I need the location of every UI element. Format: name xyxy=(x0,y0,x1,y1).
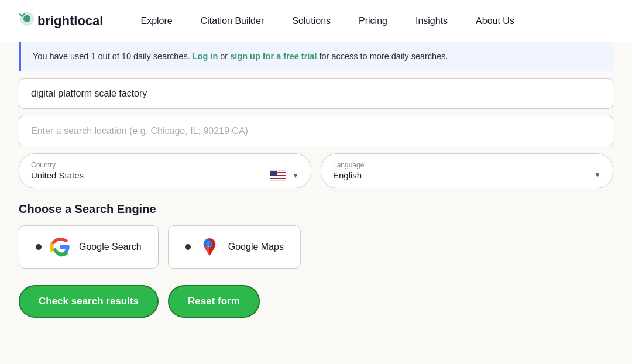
nav-citation-builder[interactable]: Citation Builder xyxy=(187,0,279,42)
google-search-radio xyxy=(36,244,42,250)
search-term-input[interactable] xyxy=(19,78,613,109)
banner-login-link[interactable]: Log in xyxy=(193,51,218,61)
google-maps-icon xyxy=(199,236,220,257)
main-content: You have used 1 out of 10 daily searches… xyxy=(0,42,632,318)
banner-text-before: You have used 1 out of 10 daily searches… xyxy=(33,51,190,61)
google-search-label: Google Search xyxy=(79,242,142,252)
reset-form-button[interactable]: Reset form xyxy=(168,285,260,318)
banner-signup-link[interactable]: sign up for a free trial xyxy=(230,51,317,61)
google-maps-card[interactable]: Google Maps xyxy=(168,225,301,269)
language-selector[interactable]: Language English ▼ xyxy=(321,153,613,188)
country-chevron-icon: ▼ xyxy=(292,171,299,180)
selectors-row: Country United States ▼ Language English… xyxy=(19,153,613,188)
country-value: United States xyxy=(31,170,264,180)
logo-icon xyxy=(19,11,35,31)
navbar: brightlocal Explore Citation Builder Sol… xyxy=(0,0,632,42)
banner-or: or xyxy=(220,51,230,61)
buttons-row: Check search results Reset form xyxy=(19,285,613,318)
nav-about-us[interactable]: About Us xyxy=(462,0,528,42)
language-label: Language xyxy=(333,161,601,169)
info-banner: You have used 1 out of 10 daily searches… xyxy=(19,42,613,71)
country-value-row: United States ▼ xyxy=(31,170,299,181)
google-maps-radio xyxy=(185,244,191,250)
nav-insights[interactable]: Insights xyxy=(401,0,462,42)
country-selector[interactable]: Country United States ▼ xyxy=(19,153,311,188)
engine-options: Google Search Google Maps xyxy=(19,225,613,269)
banner-text-after: for access to more daily searches. xyxy=(319,51,448,61)
search-location-input[interactable] xyxy=(19,116,613,146)
nav-pricing[interactable]: Pricing xyxy=(345,0,401,42)
language-value-row: English ▼ xyxy=(333,170,601,180)
us-flag-icon xyxy=(270,170,286,181)
language-chevron-icon: ▼ xyxy=(594,171,601,179)
nav-solutions[interactable]: Solutions xyxy=(278,0,345,42)
logo[interactable]: brightlocal xyxy=(19,11,103,31)
google-search-icon xyxy=(50,236,71,257)
google-maps-label: Google Maps xyxy=(228,242,284,252)
google-search-card[interactable]: Google Search xyxy=(19,225,159,269)
nav-links: Explore Citation Builder Solutions Prici… xyxy=(126,0,528,42)
country-label: Country xyxy=(31,161,299,169)
nav-explore[interactable]: Explore xyxy=(126,0,186,42)
logo-text: brightlocal xyxy=(37,13,103,29)
search-engine-title: Choose a Search Engine xyxy=(19,202,613,216)
check-search-results-button[interactable]: Check search results xyxy=(19,285,159,318)
language-value: English xyxy=(333,170,588,180)
